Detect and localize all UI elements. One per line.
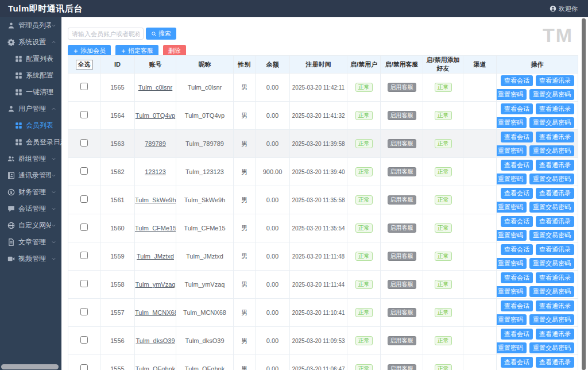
user-status-badge[interactable]: 正常 [355,364,373,370]
select-all-button[interactable]: 全选 [76,60,93,70]
friend-status-badge[interactable]: 正常 [435,195,452,205]
friend-status-badge[interactable]: 正常 [435,280,452,289]
view-session-button[interactable]: 查看会话 [501,329,533,340]
reset-password-button[interactable]: 重置密码 [497,286,527,297]
view-contacts-button[interactable]: 查看通讯录 [536,188,574,199]
row-checkbox[interactable] [80,280,88,287]
service-status-badge[interactable]: 启用客服 [388,364,416,370]
user-status-badge[interactable]: 正常 [355,111,373,120]
friend-status-badge[interactable]: 正常 [435,139,452,148]
sidebar-item-文章管理[interactable]: 文章管理 [0,234,61,250]
view-session-button[interactable]: 查看会话 [501,188,533,199]
view-contacts-button[interactable]: 查看通讯录 [536,300,574,311]
row-checkbox[interactable] [80,139,88,147]
sidebar-item-自定义网站[interactable]: 自定义网站 [0,217,61,234]
friend-status-badge[interactable]: 正常 [435,308,452,317]
reset-password-button[interactable]: 重置密码 [497,258,527,269]
friend-status-badge[interactable]: 正常 [435,223,452,233]
service-status-badge[interactable]: 启用客服 [388,111,416,120]
account-link[interactable]: Tulm_SkWe9h [135,196,176,203]
view-contacts-button[interactable]: 查看通讯录 [536,132,574,142]
row-checkbox[interactable] [80,167,88,175]
account-link[interactable]: 123123 [145,168,166,175]
user-status-badge[interactable]: 正常 [355,223,373,233]
account-link[interactable]: Tulm_c0lsnr [138,84,173,91]
reset-trade-password-button[interactable]: 重置交易密码 [529,89,574,100]
service-status-badge[interactable]: 启用客服 [388,195,416,205]
service-status-badge[interactable]: 启用客服 [388,83,416,92]
reset-password-button[interactable]: 重置密码 [497,145,527,156]
user-status-badge[interactable]: 正常 [355,308,373,317]
user-status-badge[interactable]: 正常 [355,139,373,148]
view-session-button[interactable]: 查看会话 [501,132,533,142]
reset-trade-password-button[interactable]: 重置交易密码 [529,286,574,297]
row-checkbox[interactable] [80,195,88,203]
reset-trade-password-button[interactable]: 重置交易密码 [529,174,574,184]
service-status-badge[interactable]: 启用客服 [388,139,416,148]
reset-password-button[interactable]: 重置密码 [497,314,527,325]
view-session-button[interactable]: 查看会话 [501,75,533,86]
row-checkbox[interactable] [80,308,88,315]
sidebar-item-通讯录管理[interactable]: 通讯录管理 [0,167,61,184]
reset-trade-password-button[interactable]: 重置交易密码 [529,202,574,213]
reset-trade-password-button[interactable]: 重置交易密码 [529,342,574,353]
user-status-badge[interactable]: 正常 [355,336,373,345]
sidebar-item-财务管理[interactable]: 财务管理 [0,184,61,201]
row-checkbox[interactable] [80,223,88,231]
friend-status-badge[interactable]: 正常 [435,364,452,370]
view-contacts-button[interactable]: 查看通讯录 [536,216,574,227]
row-checkbox[interactable] [80,111,88,118]
sidebar-item-系统配置[interactable]: 系统配置 [0,67,61,84]
view-contacts-button[interactable]: 查看通讯录 [536,75,574,86]
sidebar-item-视频管理[interactable]: 视频管理 [0,250,61,267]
sidebar-item-系统设置[interactable]: 系统设置 [0,34,61,51]
reset-trade-password-button[interactable]: 重置交易密码 [529,117,574,128]
account-link[interactable]: Tulm_0TQ4vp [136,112,175,119]
account-link[interactable]: 789789 [145,140,166,147]
sidebar-item-管理员列表[interactable]: 管理员列表 [0,17,61,34]
view-contacts-button[interactable]: 查看通讯录 [536,357,574,368]
service-status-badge[interactable]: 启用客服 [388,308,416,317]
reset-trade-password-button[interactable]: 重置交易密码 [529,258,574,269]
sidebar-item-会员列表[interactable]: 会员列表 [0,117,61,134]
row-checkbox[interactable] [80,336,88,344]
search-button[interactable]: 搜索 [146,28,176,40]
sidebar-item-会话管理[interactable]: 会话管理 [0,201,61,217]
view-contacts-button[interactable]: 查看通讯录 [536,329,574,340]
user-status-badge[interactable]: 正常 [355,83,373,92]
row-checkbox[interactable] [80,364,88,370]
view-session-button[interactable]: 查看会话 [501,160,533,171]
view-contacts-button[interactable]: 查看通讯录 [536,103,574,114]
sidebar-item-用户管理[interactable]: 用户管理 [0,101,61,117]
user-status-badge[interactable]: 正常 [355,252,373,261]
service-status-badge[interactable]: 启用客服 [388,280,416,289]
service-status-badge[interactable]: 启用客服 [388,167,416,176]
view-session-button[interactable]: 查看会话 [501,216,533,227]
reset-trade-password-button[interactable]: 重置交易密码 [529,314,574,325]
reset-password-button[interactable]: 重置密码 [497,89,527,100]
view-session-button[interactable]: 查看会话 [501,244,533,255]
row-checkbox[interactable] [80,83,88,90]
account-link[interactable]: Tulm_CFMe15 [135,225,176,232]
welcome-menu[interactable]: 欢迎你 [550,5,578,13]
sidebar-item-配置列表[interactable]: 配置列表 [0,51,61,67]
view-session-button[interactable]: 查看会话 [501,300,533,311]
reset-password-button[interactable]: 重置密码 [497,202,527,213]
friend-status-badge[interactable]: 正常 [435,83,452,92]
horizontal-scrollbar[interactable] [1,364,59,369]
service-status-badge[interactable]: 启用客服 [388,223,416,233]
account-link[interactable]: Tulm_ymVzaq [136,281,176,288]
user-status-badge[interactable]: 正常 [355,195,373,205]
sidebar-item-一键清理[interactable]: 一键清理 [0,84,61,101]
view-session-button[interactable]: 查看会话 [501,103,533,114]
user-status-badge[interactable]: 正常 [355,280,373,289]
reset-trade-password-button[interactable]: 重置交易密码 [529,145,574,156]
service-status-badge[interactable]: 启用客服 [388,336,416,345]
friend-status-badge[interactable]: 正常 [435,252,452,261]
view-session-button[interactable]: 查看会话 [501,357,533,368]
view-contacts-button[interactable]: 查看通讯录 [536,272,574,283]
view-contacts-button[interactable]: 查看通讯录 [536,160,574,171]
view-contacts-button[interactable]: 查看通讯录 [536,244,574,255]
service-status-badge[interactable]: 启用客服 [388,252,416,261]
sidebar-item-群组管理[interactable]: 群组管理 [0,151,61,167]
